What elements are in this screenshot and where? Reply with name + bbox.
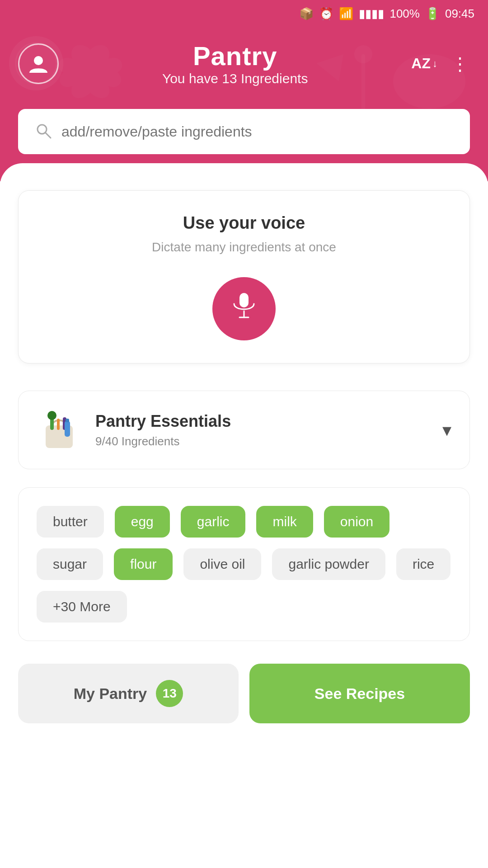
battery-level: 🔋 [425, 7, 440, 21]
essentials-left: Pantry Essentials 9/40 Ingredients [37, 407, 231, 453]
tag-onion[interactable]: onion [324, 506, 389, 538]
action-buttons: My Pantry 13 See Recipes [18, 664, 470, 723]
tags-grid: butter egg garlic milk onion sugar flour… [37, 506, 451, 623]
time-display: 09:45 [445, 7, 474, 21]
header-title-block: Pantry You have 13 Ingredients [162, 41, 308, 86]
tag-sugar[interactable]: sugar [37, 548, 103, 580]
my-pantry-button[interactable]: My Pantry 13 [18, 664, 239, 723]
avatar[interactable] [18, 43, 59, 84]
svg-rect-14 [57, 419, 60, 430]
essentials-expand-icon[interactable]: ▾ [442, 420, 451, 440]
tag-olive-oil[interactable]: olive oil [183, 548, 261, 580]
see-recipes-button[interactable]: See Recipes [249, 664, 470, 723]
voice-card: Use your voice Dictate many ingredients … [18, 190, 470, 363]
search-input[interactable] [61, 123, 454, 140]
essentials-title: Pantry Essentials [95, 412, 231, 431]
pantry-essentials-card[interactable]: Pantry Essentials 9/40 Ingredients ▾ [18, 391, 470, 469]
status-icons: 📦 ⏰ 📶 ▮▮▮▮ 100% 🔋 09:45 [299, 7, 474, 21]
header-actions: AZ ↓ ⋮ [411, 53, 470, 74]
essentials-text: Pantry Essentials 9/40 Ingredients [95, 412, 231, 448]
microphone-button[interactable] [212, 277, 276, 340]
sort-az-button[interactable]: AZ ↓ [411, 55, 437, 72]
svg-point-13 [47, 411, 56, 420]
app-title: Pantry [162, 41, 308, 71]
search-icon [34, 122, 52, 142]
az-label: AZ [411, 55, 431, 72]
svg-rect-16 [65, 421, 70, 437]
svg-rect-8 [239, 293, 249, 307]
svg-point-5 [34, 56, 43, 65]
alarm-icon: ⏰ [319, 7, 333, 21]
ingredients-section: butter egg garlic milk onion sugar flour… [18, 487, 470, 641]
essentials-count: 9/40 Ingredients [95, 434, 231, 448]
tag-more[interactable]: +30 More [37, 591, 127, 623]
tag-garlic-powder[interactable]: garlic powder [272, 548, 385, 580]
microphone-icon [230, 291, 258, 327]
tag-egg[interactable]: egg [115, 506, 170, 538]
main-content: Use your voice Dictate many ingredients … [0, 163, 488, 859]
pantry-count-badge: 13 [156, 680, 183, 707]
tag-rice[interactable]: rice [396, 548, 450, 580]
tag-butter[interactable]: butter [37, 506, 104, 538]
voice-subtitle: Dictate many ingredients at once [37, 240, 451, 255]
more-options-button[interactable]: ⋮ [451, 53, 470, 74]
svg-point-4 [354, 45, 372, 63]
voice-title: Use your voice [37, 213, 451, 233]
status-bar: 📦 ⏰ 📶 ▮▮▮▮ 100% 🔋 09:45 [0, 0, 488, 27]
wifi-icon: 📶 [339, 7, 353, 21]
svg-rect-17 [66, 419, 69, 422]
battery-icon: 📦 [299, 7, 314, 21]
ingredient-count: You have 13 Ingredients [162, 71, 308, 86]
sort-arrow: ↓ [432, 58, 437, 70]
battery-percent: 100% [389, 7, 420, 21]
essentials-grocery-icon [37, 407, 82, 453]
tag-garlic[interactable]: garlic [181, 506, 246, 538]
search-bar [18, 109, 470, 154]
svg-line-7 [45, 132, 51, 138]
my-pantry-label: My Pantry [74, 685, 147, 703]
app-header: Pantry You have 13 Ingredients AZ ↓ ⋮ [0, 27, 488, 109]
tag-milk[interactable]: milk [256, 506, 313, 538]
signal-bars: ▮▮▮▮ [359, 7, 384, 21]
tag-flour[interactable]: flour [114, 548, 173, 580]
